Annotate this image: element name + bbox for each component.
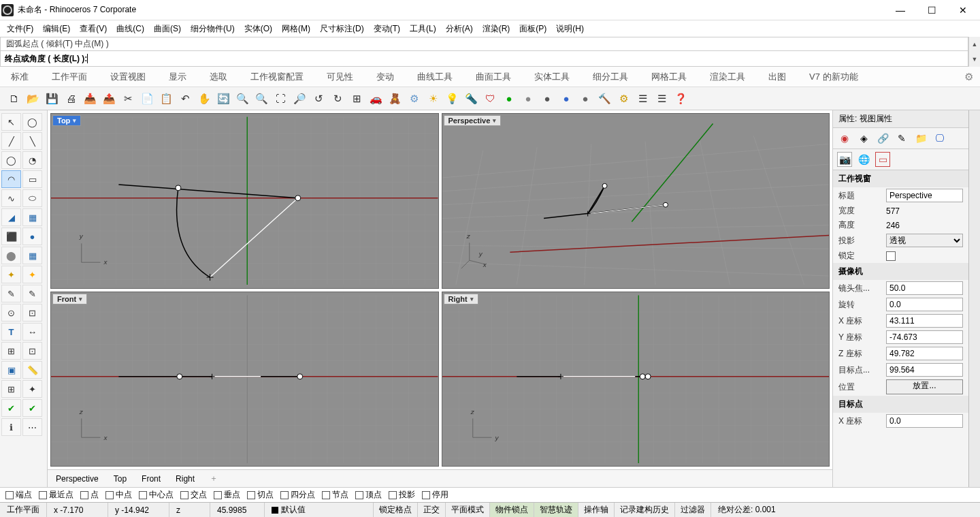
props-icon[interactable]: ☰ (653, 91, 670, 107)
prop-tab-edit-icon[interactable]: ✎ (894, 131, 909, 146)
viewport-front[interactable]: Front▾ zx (50, 292, 439, 467)
tog-record[interactable]: 记录建构历史 (615, 503, 675, 517)
menu-mesh[interactable]: 网格(M) (282, 23, 310, 35)
tog-filter[interactable]: 过滤器 (675, 503, 711, 517)
gear-icon2[interactable]: ✦ (1, 266, 21, 283)
surf-icon[interactable]: ◢ (1, 208, 21, 226)
menu-solid[interactable]: 实体(O) (244, 23, 272, 35)
cyl-icon[interactable]: ⬤ (1, 247, 21, 264)
prop-title-input[interactable]: Perspective (886, 189, 963, 202)
tog-smarttrack[interactable]: 智慧轨迹 (534, 503, 578, 517)
menu-curve[interactable]: 曲线(C) (116, 23, 144, 35)
grid-icon[interactable]: ⊞ (1, 380, 21, 398)
status-cplane[interactable]: 工作平面 (0, 503, 47, 517)
prop-tab-screen-icon[interactable]: 🖵 (932, 131, 947, 146)
osnap-mid[interactable]: 中点 (105, 489, 132, 501)
open-icon[interactable]: 📂 (24, 91, 41, 107)
new-icon[interactable]: 🗋 (5, 91, 22, 107)
pts-icon[interactable]: ⊡ (22, 304, 42, 322)
help-icon[interactable]: ❓ (672, 91, 689, 107)
sphere5-icon[interactable]: ● (577, 91, 593, 107)
prop-tab-color-icon[interactable]: ◉ (837, 131, 852, 146)
viewport-perspective[interactable]: Perspective▾ (442, 113, 830, 289)
circle2-icon[interactable]: ◔ (22, 151, 42, 169)
more-icon[interactable]: ⋯ (22, 418, 42, 436)
maximize-button[interactable]: ☐ (916, 0, 947, 20)
4view-icon[interactable]: ⊞ (348, 91, 365, 107)
close-button[interactable]: ✕ (947, 0, 979, 20)
tab-curvetools[interactable]: 曲线工具 (417, 71, 453, 83)
toy-icon[interactable]: 🧸 (387, 91, 403, 107)
menu-edit[interactable]: 编辑(E) (43, 23, 70, 35)
menu-render[interactable]: 渲染(R) (483, 23, 510, 35)
edit2-icon[interactable]: ✎ (22, 285, 42, 302)
zoom-dynamic-icon[interactable]: 🔍 (234, 91, 250, 107)
prop-lock-check[interactable] (886, 251, 896, 261)
zoom-sel-icon[interactable]: 🔎 (291, 91, 308, 107)
vtab-right[interactable]: Right (176, 474, 195, 484)
surf2-icon[interactable]: ▦ (22, 208, 42, 226)
sun-icon[interactable]: ☀ (425, 91, 441, 107)
menu-dim[interactable]: 尺寸标注(D) (320, 23, 364, 35)
import-icon[interactable]: 📥 (82, 91, 98, 107)
viewport-persp-label[interactable]: Perspective▾ (444, 115, 502, 126)
ellipse-icon[interactable]: ⬭ (22, 189, 42, 207)
tab-subdtools[interactable]: 细分工具 (593, 71, 628, 83)
spot-icon[interactable]: 🔦 (463, 91, 479, 107)
osnap-quad[interactable]: 四分点 (280, 489, 315, 501)
minimize-button[interactable]: — (885, 0, 916, 20)
menu-file[interactable]: 文件(F) (7, 23, 33, 35)
command-line[interactable]: 终点或角度 ( 长度(L) ): (0, 50, 968, 67)
menu-tools[interactable]: 工具(L) (410, 23, 436, 35)
sphere1-icon[interactable]: ● (501, 91, 517, 107)
tab-v7new[interactable]: V7 的新功能 (809, 71, 858, 83)
viewport-top[interactable]: Top▾ yx (50, 113, 439, 289)
pt-icon[interactable]: ⊙ (1, 304, 21, 322)
history-scrollbar[interactable]: ▲▼ (968, 37, 980, 67)
line-icon[interactable]: ╲ (22, 132, 42, 150)
prop-tab-folder-icon[interactable]: 📁 (913, 131, 928, 146)
options-icon[interactable]: ⚙ (406, 91, 422, 107)
menu-help[interactable]: 说明(H) (556, 23, 584, 35)
info-icon[interactable]: ℹ (1, 418, 21, 436)
pointer-icon[interactable]: ↖ (1, 113, 21, 131)
pan-icon[interactable]: ✋ (196, 91, 212, 107)
osnap-knot[interactable]: 节点 (322, 489, 348, 501)
viewport-right-label[interactable]: Right▾ (444, 294, 478, 304)
osnap-int[interactable]: 交点 (180, 489, 207, 501)
redo-view-icon[interactable]: ↻ (329, 91, 346, 107)
menu-transform[interactable]: 变动(T) (374, 23, 400, 35)
tog-planar[interactable]: 平面模式 (446, 503, 490, 517)
prop-rect-icon[interactable]: ▭ (875, 152, 890, 167)
tog-gridsnap[interactable]: 锁定格点 (374, 503, 418, 517)
menu-analyze[interactable]: 分析(A) (446, 23, 473, 35)
vtab-front[interactable]: Front (142, 474, 161, 484)
curve-icon[interactable]: ∿ (1, 189, 21, 207)
prop-tab-material-icon[interactable]: ◈ (856, 131, 871, 146)
car-icon[interactable]: 🚗 (368, 91, 384, 107)
undo-view-icon[interactable]: ↺ (310, 91, 327, 107)
tab-surftools[interactable]: 曲面工具 (476, 71, 511, 83)
tab-setview[interactable]: 设置视图 (110, 71, 146, 83)
undo-icon[interactable]: ↶ (177, 91, 193, 107)
prop-y-input[interactable]: -74.673 (886, 330, 963, 344)
rotate-icon[interactable]: 🔄 (215, 91, 231, 107)
tab-meshtools[interactable]: 网格工具 (651, 71, 687, 83)
tab-select[interactable]: 选取 (210, 71, 227, 83)
tog-osnap[interactable]: 物件锁点 (490, 503, 534, 517)
array-icon[interactable]: ⊞ (1, 342, 21, 360)
sphere2-icon[interactable]: ● (520, 91, 536, 107)
box-icon[interactable]: ⬛ (1, 228, 21, 245)
group-icon[interactable]: ⊡ (22, 342, 42, 360)
block-icon[interactable]: ▣ (1, 361, 21, 379)
meas-icon[interactable]: 📏 (22, 361, 42, 379)
tab-visibility[interactable]: 可见性 (327, 71, 353, 83)
prop-globe-icon[interactable]: 🌐 (856, 152, 871, 167)
viewport-top-label[interactable]: Top▾ (52, 115, 81, 126)
check-icon[interactable]: ✔ (1, 399, 21, 417)
circle-icon[interactable]: ◯ (1, 151, 21, 169)
star-icon[interactable]: ✦ (22, 266, 42, 283)
osnap-disable[interactable]: 停用 (422, 489, 448, 501)
prop-tab-link-icon[interactable]: 🔗 (875, 131, 890, 146)
layers-icon[interactable]: ☰ (634, 91, 651, 107)
